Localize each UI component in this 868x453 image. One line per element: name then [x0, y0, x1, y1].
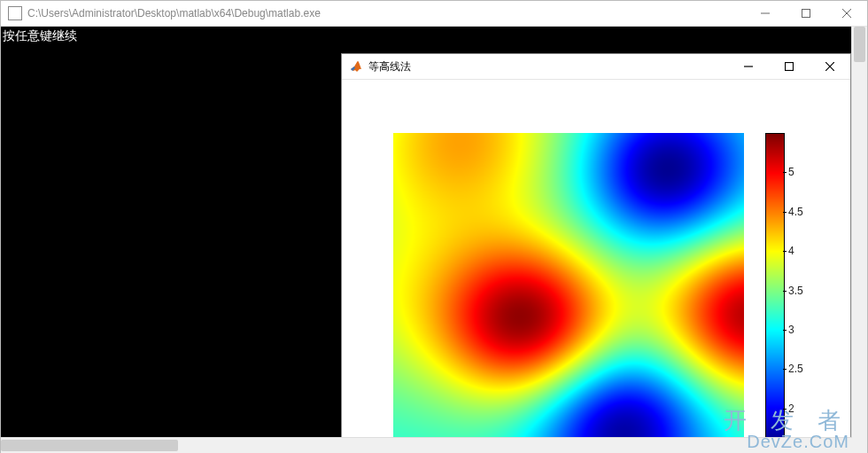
- figure-client: 1.522.533.544.55: [342, 80, 850, 453]
- svg-rect-1: [802, 10, 810, 18]
- colorbar-tick: 3.5: [788, 285, 803, 297]
- figure-window[interactable]: 等高线法 1.522.533.544.55: [341, 53, 851, 453]
- figure-close-button[interactable]: [810, 54, 850, 79]
- colorbar: [765, 133, 785, 448]
- minimize-button[interactable]: [745, 1, 786, 26]
- vertical-scrollbar[interactable]: [851, 27, 867, 453]
- minimize-icon: [761, 9, 770, 18]
- maximize-icon: [785, 62, 794, 71]
- colorbar-ticks: 1.522.533.544.55: [788, 133, 824, 448]
- close-button[interactable]: [826, 1, 867, 26]
- console-window: C:\Users\Administrator\Desktop\matlab\x6…: [0, 0, 868, 453]
- console-output: 按任意键继续: [3, 28, 77, 44]
- app-icon: [8, 6, 22, 20]
- scrollbar-thumb[interactable]: [854, 27, 865, 62]
- scrollbar-thumb[interactable]: [1, 440, 178, 451]
- window-title: C:\Users\Administrator\Desktop\matlab\x6…: [27, 7, 745, 20]
- matlab-icon: [349, 59, 363, 74]
- colorbar-tick: 4: [788, 245, 794, 257]
- colorbar-tick: 2: [788, 402, 794, 415]
- horizontal-scrollbar[interactable]: [1, 437, 852, 453]
- figure-titlebar[interactable]: 等高线法: [342, 54, 850, 80]
- colorbar-canvas: [766, 134, 784, 447]
- close-icon: [825, 62, 834, 71]
- heatmap-axes: [393, 133, 744, 448]
- figure-maximize-button[interactable]: [769, 54, 810, 79]
- titlebar[interactable]: C:\Users\Administrator\Desktop\matlab\x6…: [1, 1, 867, 27]
- colorbar-tick: 3: [788, 324, 794, 336]
- minimize-icon: [744, 62, 753, 71]
- heatmap-canvas: [393, 133, 744, 448]
- figure-title: 等高线法: [368, 59, 728, 74]
- svg-rect-5: [786, 63, 794, 71]
- console-client: 按任意键继续 等高线法: [1, 27, 867, 453]
- close-icon: [842, 9, 851, 18]
- figure-minimize-button[interactable]: [728, 54, 769, 79]
- maximize-icon: [802, 9, 810, 18]
- maximize-button[interactable]: [786, 1, 826, 26]
- colorbar-tick: 4.5: [788, 206, 803, 218]
- colorbar-tick: 2.5: [788, 363, 803, 375]
- colorbar-tick: 5: [788, 166, 794, 178]
